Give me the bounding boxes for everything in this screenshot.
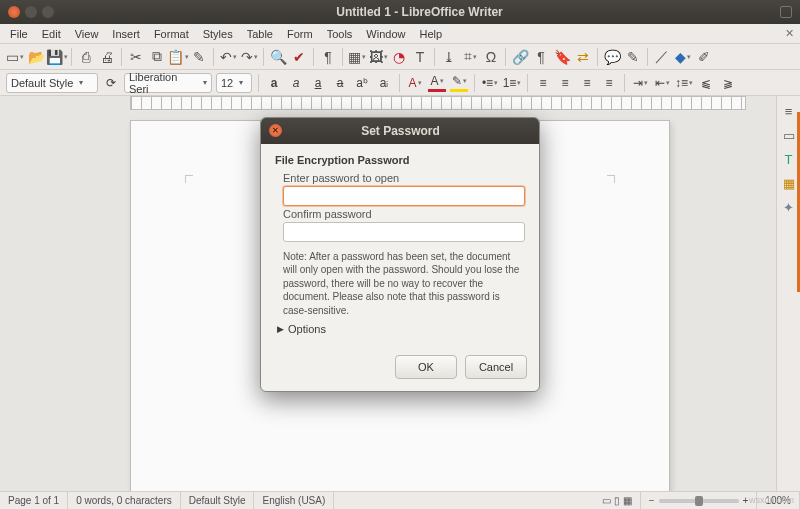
enter-password-label: Enter password to open xyxy=(283,172,525,184)
confirm-password-label: Confirm password xyxy=(283,208,525,220)
dialog-title: Set Password xyxy=(270,124,531,138)
options-label: Options xyxy=(288,323,326,335)
dialog-titlebar: ✕ Set Password xyxy=(261,118,539,144)
dialog-body: File Encryption Password Enter password … xyxy=(261,144,539,348)
dialog-button-row: OK Cancel xyxy=(261,347,539,391)
confirm-password-input[interactable] xyxy=(283,222,525,242)
dialog-section-heading: File Encryption Password xyxy=(275,154,525,166)
ok-button[interactable]: OK xyxy=(395,355,457,379)
watermark: wsxdn.com xyxy=(749,495,794,505)
cancel-button[interactable]: Cancel xyxy=(465,355,527,379)
modal-overlay: ✕ Set Password File Encryption Password … xyxy=(0,0,800,509)
options-expander[interactable]: ▶ Options xyxy=(277,323,525,335)
set-password-dialog: ✕ Set Password File Encryption Password … xyxy=(260,117,540,393)
enter-password-input[interactable] xyxy=(283,186,525,206)
expand-triangle-icon: ▶ xyxy=(277,324,284,334)
password-note: Note: After a password has been set, the… xyxy=(283,250,525,318)
